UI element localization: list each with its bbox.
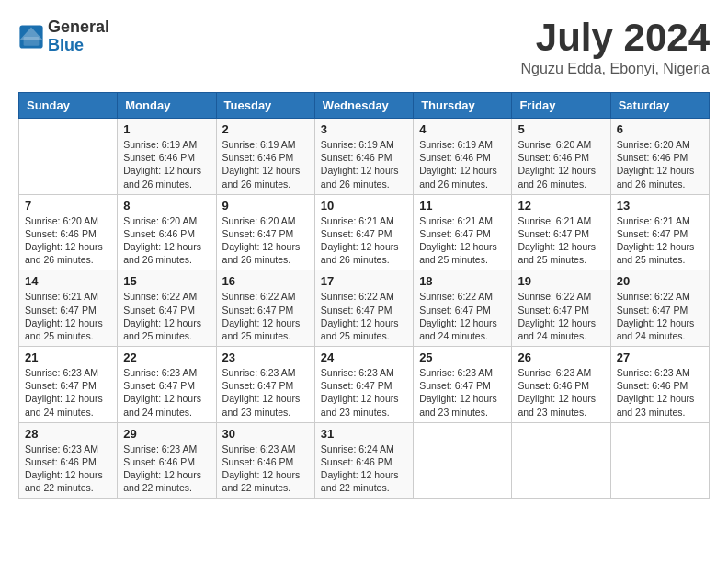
day-info: Sunrise: 6:19 AM Sunset: 6:46 PM Dayligh… bbox=[222, 138, 309, 190]
day-info: Sunrise: 6:23 AM Sunset: 6:47 PM Dayligh… bbox=[419, 366, 506, 419]
day-number: 30 bbox=[222, 427, 309, 441]
day-number: 14 bbox=[25, 274, 111, 288]
day-info: Sunrise: 6:20 AM Sunset: 6:46 PM Dayligh… bbox=[123, 214, 210, 267]
calendar-week-row: 14Sunrise: 6:21 AM Sunset: 6:47 PM Dayli… bbox=[19, 270, 710, 347]
calendar-cell: 12Sunrise: 6:21 AM Sunset: 6:47 PM Dayli… bbox=[512, 194, 610, 270]
calendar-cell: 30Sunrise: 6:23 AM Sunset: 6:46 PM Dayli… bbox=[216, 422, 314, 499]
day-info: Sunrise: 6:22 AM Sunset: 6:47 PM Dayligh… bbox=[222, 290, 309, 342]
title-area: July 2024 Nguzu Edda, Ebonyi, Nigeria bbox=[521, 18, 710, 77]
calendar-cell: 11Sunrise: 6:21 AM Sunset: 6:47 PM Dayli… bbox=[414, 194, 512, 270]
day-info: Sunrise: 6:23 AM Sunset: 6:46 PM Dayligh… bbox=[222, 442, 309, 495]
calendar-cell: 21Sunrise: 6:23 AM Sunset: 6:47 PM Dayli… bbox=[19, 347, 118, 423]
calendar-cell: 20Sunrise: 6:22 AM Sunset: 6:47 PM Dayli… bbox=[610, 270, 709, 347]
day-number: 31 bbox=[321, 427, 407, 441]
calendar-cell: 24Sunrise: 6:23 AM Sunset: 6:47 PM Dayli… bbox=[314, 347, 413, 423]
calendar-cell: 31Sunrise: 6:24 AM Sunset: 6:46 PM Dayli… bbox=[314, 422, 413, 499]
day-number: 10 bbox=[321, 199, 407, 213]
day-info: Sunrise: 6:21 AM Sunset: 6:47 PM Dayligh… bbox=[419, 214, 506, 267]
day-number: 6 bbox=[617, 122, 703, 136]
day-header-friday: Friday bbox=[512, 93, 610, 119]
day-info: Sunrise: 6:21 AM Sunset: 6:47 PM Dayligh… bbox=[25, 290, 111, 342]
day-number: 4 bbox=[419, 122, 506, 136]
day-number: 21 bbox=[25, 350, 111, 364]
day-info: Sunrise: 6:19 AM Sunset: 6:46 PM Dayligh… bbox=[419, 138, 506, 190]
calendar-week-row: 21Sunrise: 6:23 AM Sunset: 6:47 PM Dayli… bbox=[19, 347, 710, 423]
location: Nguzu Edda, Ebonyi, Nigeria bbox=[521, 61, 710, 77]
day-number: 19 bbox=[518, 274, 604, 288]
day-info: Sunrise: 6:21 AM Sunset: 6:47 PM Dayligh… bbox=[518, 214, 604, 267]
day-info: Sunrise: 6:20 AM Sunset: 6:47 PM Dayligh… bbox=[222, 214, 309, 267]
day-number: 17 bbox=[321, 274, 407, 288]
day-info: Sunrise: 6:22 AM Sunset: 6:47 PM Dayligh… bbox=[419, 290, 506, 342]
calendar-cell: 3Sunrise: 6:19 AM Sunset: 6:46 PM Daylig… bbox=[314, 119, 413, 195]
day-number: 2 bbox=[222, 122, 309, 136]
calendar-cell: 16Sunrise: 6:22 AM Sunset: 6:47 PM Dayli… bbox=[216, 270, 314, 347]
day-info: Sunrise: 6:23 AM Sunset: 6:46 PM Dayligh… bbox=[123, 442, 210, 495]
calendar-cell: 8Sunrise: 6:20 AM Sunset: 6:46 PM Daylig… bbox=[118, 194, 216, 270]
calendar-cell: 15Sunrise: 6:22 AM Sunset: 6:47 PM Dayli… bbox=[118, 270, 216, 347]
calendar-cell: 9Sunrise: 6:20 AM Sunset: 6:47 PM Daylig… bbox=[216, 194, 314, 270]
calendar-cell bbox=[414, 422, 512, 499]
day-number: 29 bbox=[123, 427, 210, 441]
day-info: Sunrise: 6:20 AM Sunset: 6:46 PM Dayligh… bbox=[518, 138, 604, 190]
svg-rect-2 bbox=[24, 37, 40, 46]
calendar-cell: 23Sunrise: 6:23 AM Sunset: 6:47 PM Dayli… bbox=[216, 347, 314, 423]
logo-blue-text: Blue bbox=[48, 37, 109, 55]
day-info: Sunrise: 6:19 AM Sunset: 6:46 PM Dayligh… bbox=[123, 138, 210, 190]
day-info: Sunrise: 6:22 AM Sunset: 6:47 PM Dayligh… bbox=[518, 290, 604, 342]
calendar-cell: 22Sunrise: 6:23 AM Sunset: 6:47 PM Dayli… bbox=[118, 347, 216, 423]
logo: General Blue bbox=[18, 18, 109, 55]
day-info: Sunrise: 6:20 AM Sunset: 6:46 PM Dayligh… bbox=[617, 138, 703, 190]
calendar-header-row: SundayMondayTuesdayWednesdayThursdayFrid… bbox=[19, 93, 710, 119]
day-info: Sunrise: 6:21 AM Sunset: 6:47 PM Dayligh… bbox=[321, 214, 407, 267]
day-number: 28 bbox=[25, 427, 111, 441]
day-number: 1 bbox=[123, 122, 210, 136]
day-number: 27 bbox=[617, 350, 703, 364]
day-header-thursday: Thursday bbox=[414, 93, 512, 119]
calendar-cell: 14Sunrise: 6:21 AM Sunset: 6:47 PM Dayli… bbox=[19, 270, 118, 347]
day-info: Sunrise: 6:20 AM Sunset: 6:46 PM Dayligh… bbox=[25, 214, 111, 267]
day-info: Sunrise: 6:23 AM Sunset: 6:46 PM Dayligh… bbox=[518, 366, 604, 419]
calendar-cell: 29Sunrise: 6:23 AM Sunset: 6:46 PM Dayli… bbox=[118, 422, 216, 499]
calendar-cell: 5Sunrise: 6:20 AM Sunset: 6:46 PM Daylig… bbox=[512, 119, 610, 195]
day-number: 8 bbox=[123, 199, 210, 213]
calendar-week-row: 28Sunrise: 6:23 AM Sunset: 6:46 PM Dayli… bbox=[19, 422, 710, 499]
day-info: Sunrise: 6:22 AM Sunset: 6:47 PM Dayligh… bbox=[321, 290, 407, 342]
calendar-cell: 27Sunrise: 6:23 AM Sunset: 6:46 PM Dayli… bbox=[610, 347, 709, 423]
day-header-monday: Monday bbox=[118, 93, 216, 119]
day-number: 5 bbox=[518, 122, 604, 136]
calendar-cell bbox=[610, 422, 709, 499]
calendar-cell: 17Sunrise: 6:22 AM Sunset: 6:47 PM Dayli… bbox=[314, 270, 413, 347]
calendar-cell bbox=[512, 422, 610, 499]
calendar-table: SundayMondayTuesdayWednesdayThursdayFrid… bbox=[18, 92, 710, 499]
day-info: Sunrise: 6:19 AM Sunset: 6:46 PM Dayligh… bbox=[321, 138, 407, 190]
calendar-cell: 10Sunrise: 6:21 AM Sunset: 6:47 PM Dayli… bbox=[314, 194, 413, 270]
day-info: Sunrise: 6:23 AM Sunset: 6:47 PM Dayligh… bbox=[123, 366, 210, 419]
day-number: 22 bbox=[123, 350, 210, 364]
day-header-wednesday: Wednesday bbox=[314, 93, 413, 119]
month-title: July 2024 bbox=[521, 18, 710, 57]
calendar-cell: 1Sunrise: 6:19 AM Sunset: 6:46 PM Daylig… bbox=[118, 119, 216, 195]
day-number: 20 bbox=[617, 274, 703, 288]
calendar-cell: 28Sunrise: 6:23 AM Sunset: 6:46 PM Dayli… bbox=[19, 422, 118, 499]
calendar-cell bbox=[19, 119, 118, 195]
calendar-week-row: 1Sunrise: 6:19 AM Sunset: 6:46 PM Daylig… bbox=[19, 119, 710, 195]
day-number: 7 bbox=[25, 199, 111, 213]
day-info: Sunrise: 6:22 AM Sunset: 6:47 PM Dayligh… bbox=[123, 290, 210, 342]
day-info: Sunrise: 6:23 AM Sunset: 6:46 PM Dayligh… bbox=[617, 366, 703, 419]
calendar-cell: 13Sunrise: 6:21 AM Sunset: 6:47 PM Dayli… bbox=[610, 194, 709, 270]
calendar-cell: 18Sunrise: 6:22 AM Sunset: 6:47 PM Dayli… bbox=[414, 270, 512, 347]
day-header-tuesday: Tuesday bbox=[216, 93, 314, 119]
day-number: 9 bbox=[222, 199, 309, 213]
day-info: Sunrise: 6:23 AM Sunset: 6:47 PM Dayligh… bbox=[222, 366, 309, 419]
day-number: 3 bbox=[321, 122, 407, 136]
calendar-cell: 7Sunrise: 6:20 AM Sunset: 6:46 PM Daylig… bbox=[19, 194, 118, 270]
day-number: 18 bbox=[419, 274, 506, 288]
calendar-cell: 19Sunrise: 6:22 AM Sunset: 6:47 PM Dayli… bbox=[512, 270, 610, 347]
day-number: 24 bbox=[321, 350, 407, 364]
logo-general-text: General bbox=[48, 18, 109, 37]
day-info: Sunrise: 6:23 AM Sunset: 6:46 PM Dayligh… bbox=[25, 442, 111, 495]
day-number: 16 bbox=[222, 274, 309, 288]
calendar-week-row: 7Sunrise: 6:20 AM Sunset: 6:46 PM Daylig… bbox=[19, 194, 710, 270]
day-number: 23 bbox=[222, 350, 309, 364]
